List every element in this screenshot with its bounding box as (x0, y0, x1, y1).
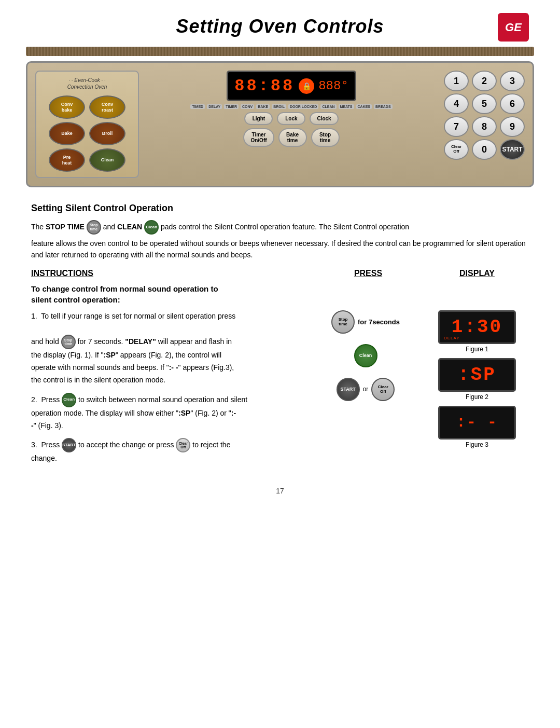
label-conv: CONV (241, 104, 254, 109)
figure-3-digits: :- - (456, 414, 498, 431)
numpad-row-3: 7 8 9 (444, 116, 525, 137)
num-6-button[interactable]: 6 (500, 93, 525, 114)
step-3: 3. Press START to accept the change or p… (31, 438, 306, 465)
figure-1-digits: 1:30 (452, 317, 502, 338)
oven-top-buttons: Convbake Convroast (41, 95, 133, 119)
numpad-row-2: 4 5 6 (444, 93, 525, 114)
oven-display: 88:88 🔒 888° (227, 71, 356, 101)
instructions-col-header: INSTRUCTIONS (31, 269, 311, 278)
figure-1-display: 1:30 DELAY (438, 310, 516, 344)
oven-mid-buttons: Bake Broil (41, 122, 133, 145)
figure-2-digits: :SP (458, 364, 496, 386)
stop-time-button[interactable]: Stoptime (311, 128, 340, 147)
clock-button[interactable]: Clock (310, 112, 338, 125)
content-section: Setting Silent Control Operation The STO… (0, 193, 560, 505)
figure-3-caption: Figure 3 (438, 441, 516, 448)
label-bake: BAKE (256, 104, 270, 109)
num-7-button[interactable]: 7 (444, 116, 469, 137)
clear-off-button[interactable]: ClearOff (444, 139, 469, 160)
step-2: 2. Press Clean to switch between normal … (31, 393, 306, 432)
display-status-labels: TIMED DELAY TIMER CONV BAKE BROIL DOOR L… (190, 104, 392, 109)
intro-text-1: pads control the Silent Control operatio… (161, 223, 409, 231)
start-btn-step3: START (62, 438, 76, 452)
clean-label-inline: CLEAN (117, 223, 142, 231)
figure-1-group: 1:30 DELAY Figure 1 (438, 310, 516, 353)
figure-3-display: :- - (438, 406, 516, 439)
oven-middle-panel: 88:88 🔒 888° TIMED DELAY TIMER CONV BAKE… (147, 71, 436, 178)
figure-2-group: :SP Figure 2 (438, 358, 516, 401)
stop-time-label-inline: STOP TIME (46, 223, 85, 231)
intro-paragraph-2: feature allows the oven control to be op… (31, 238, 529, 261)
label-broil: BROIL (272, 104, 286, 109)
label-door-locked: DOOR LOCKED (288, 104, 319, 109)
step-1: 1. To tell if your range is set for norm… (31, 310, 306, 387)
clean-button[interactable]: Clean (89, 148, 125, 172)
stop-time-press-btn[interactable]: Stoptime (331, 310, 355, 334)
main-instructions-grid: 1. To tell if your range is set for norm… (31, 310, 529, 471)
clear-off-press-btn[interactable]: ClearOff (371, 378, 395, 401)
label-timed: TIMED (190, 104, 205, 109)
label-timer: TIMER (224, 104, 239, 109)
clear-off-btn-step3: ClearOff (176, 438, 190, 452)
num-0-button[interactable]: 0 (472, 139, 497, 160)
figure-2-display: :SP (438, 358, 516, 392)
light-button[interactable]: Light (244, 112, 273, 125)
display-center-icon: 🔒 (299, 78, 314, 94)
clean-press-btn[interactable]: Clean (354, 344, 377, 367)
instructions-sub-title: To change control from normal sound oper… (31, 283, 529, 305)
press-step3: START or ClearOff (337, 378, 395, 401)
instructions-header: INSTRUCTIONS PRESS DISPLAY (31, 269, 529, 278)
decorative-band (26, 47, 534, 56)
oven-left-panel: · · Even-Cook · · Convection Oven Convba… (35, 71, 139, 178)
section-title: Setting Silent Control Operation (31, 203, 529, 214)
num-4-button[interactable]: 4 (444, 93, 469, 114)
ge-logo: GE (498, 13, 529, 42)
oven-panel: · · Even-Cook · · Convection Oven Convba… (26, 61, 534, 187)
start-button[interactable]: START (500, 139, 525, 160)
or-label: or (363, 386, 369, 393)
clean-icon-inline: Clean (144, 220, 159, 235)
label-cakes: CAKES (356, 104, 372, 109)
label-clean: CLEAN (320, 104, 336, 109)
start-press-btn[interactable]: START (337, 378, 360, 401)
num-3-button[interactable]: 3 (500, 71, 525, 91)
num-9-button[interactable]: 9 (500, 116, 525, 137)
numpad-row-1: 1 2 3 (444, 71, 525, 91)
bake-button[interactable]: Bake (49, 122, 85, 145)
bake-time-button[interactable]: Baketime (278, 128, 307, 147)
display-col-header: DISPLAY (425, 269, 529, 278)
display-temp: 888° (318, 79, 348, 93)
control-buttons-row1: Light Lock Clock (244, 112, 338, 125)
num-5-button[interactable]: 5 (472, 93, 497, 114)
press-step2: Clean (354, 344, 377, 367)
num-1-button[interactable]: 1 (444, 71, 469, 91)
control-buttons-row2: TimerOn/Off Baketime Stoptime (243, 128, 339, 147)
display-column: 1:30 DELAY Figure 1 :SP Figure 2 :- - Fi… (425, 310, 529, 448)
stop-time-icon-inline: Stoptime (87, 220, 101, 235)
conv-bake-button[interactable]: Convbake (49, 95, 85, 119)
clean-btn-step2: Clean (62, 393, 76, 407)
for-7-seconds-label: for 7seconds (358, 318, 400, 326)
label-delay: DELAY (207, 104, 222, 109)
figure-3-group: :- - Figure 3 (438, 406, 516, 448)
page-title: Setting Oven Controls (176, 16, 384, 37)
broil-button[interactable]: Broil (89, 122, 125, 145)
pre-heat-button[interactable]: Preheat (49, 148, 85, 172)
page-number: 17 (31, 487, 529, 495)
num-8-button[interactable]: 8 (472, 116, 497, 137)
logo-text: GE (505, 21, 522, 34)
figure-1-label: DELAY (444, 336, 460, 340)
press-step1: Stoptime for 7seconds (331, 310, 400, 334)
oven-bot-buttons: Preheat Clean (41, 148, 133, 172)
figure-1-caption: Figure 1 (438, 346, 516, 353)
conv-roast-button[interactable]: Convroast (89, 95, 125, 119)
oven-numpad: 1 2 3 4 5 6 7 8 9 ClearOff 0 START (444, 71, 525, 178)
page-header: Setting Oven Controls GE (0, 0, 560, 43)
display-digits: 88:88 (234, 76, 295, 95)
oven-brand: · · Even-Cook · · Convection Oven (41, 77, 133, 90)
timer-on-off-button[interactable]: TimerOn/Off (243, 128, 274, 147)
label-meats: MEATS (339, 104, 354, 109)
intro-paragraph-1: The STOP TIME Stoptime and CLEAN Clean p… (31, 220, 529, 235)
lock-button[interactable]: Lock (277, 112, 305, 125)
num-2-button[interactable]: 2 (472, 71, 497, 91)
